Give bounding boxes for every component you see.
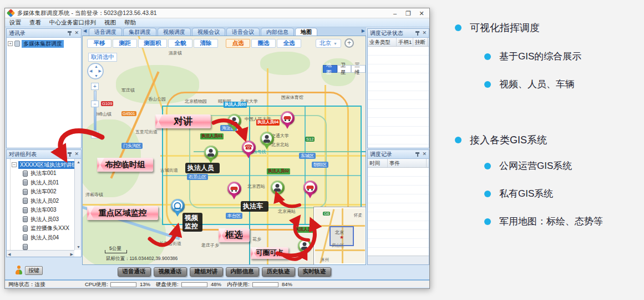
map-tool-button[interactable]: 测距: [113, 39, 137, 48]
column-header[interactable]: 时间: [368, 159, 388, 167]
talkgroup-member[interactable]: 执法车002: [12, 187, 73, 197]
map-mode-button[interactable]: 地图: [323, 65, 337, 73]
call-action-button[interactable]: 历史轨迹: [262, 267, 295, 277]
map-canvas[interactable]: 温泉镇军庄镇香山公园北京植物园颐和园北京大学国家体育馆中国人民大学交通大学北京北…: [82, 36, 366, 265]
zoom-in-button[interactable]: +: [91, 83, 99, 90]
talkgroup-member-label[interactable]: 监控摄像头XXX: [31, 224, 69, 232]
map-tool-button[interactable]: 点选: [226, 39, 250, 48]
talkgroup-root-node[interactable]: − XXXXX区域执法对讲组: [12, 161, 73, 169]
pan-right-icon[interactable]: ▶: [99, 69, 102, 73]
horizontal-scrollbar[interactable]: ◀ ▶: [7, 250, 74, 257]
menu-item[interactable]: 设置: [9, 19, 21, 27]
column-header[interactable]: 事件: [388, 159, 427, 167]
talkgroup-member-label[interactable]: 执法人员04: [31, 234, 59, 242]
talkgroup-member[interactable]: 监控摄像头XXX: [12, 224, 73, 233]
zoom-slider-handle[interactable]: −: [91, 101, 99, 107]
cancel-selection-button[interactable]: 取消选中: [88, 53, 117, 62]
talkgroup-member-label[interactable]: 执法车002: [31, 188, 57, 196]
maximize-button[interactable]: ❐: [402, 8, 415, 18]
close-icon[interactable]: ✕: [422, 31, 427, 36]
map-tool-button[interactable]: 全貌: [168, 39, 192, 48]
contacts-root-label[interactable]: 多媒体集群调度: [22, 40, 64, 48]
map-tool-button[interactable]: 圈选: [251, 39, 276, 48]
map-tool-button[interactable]: 测面积: [138, 39, 167, 48]
call-action-button[interactable]: 内部信息: [226, 267, 259, 277]
map-marker-pin[interactable]: 执法人员03: [227, 114, 241, 128]
map-mode-button[interactable]: 卫星: [337, 65, 352, 73]
zoom-out-button[interactable]: −: [91, 131, 99, 138]
talkgroup-member-label[interactable]: 执法车001: [31, 169, 57, 177]
menu-item[interactable]: 视图: [104, 19, 116, 27]
pan-up-icon[interactable]: ▲: [94, 64, 98, 68]
map-marker-pin[interactable]: 执法人员02: [298, 239, 312, 253]
map-marker-pin[interactable]: [303, 181, 317, 194]
map-tool-button[interactable]: 全选: [277, 39, 301, 48]
scroll-right-icon[interactable]: ▶: [70, 252, 73, 257]
scroll-left-icon[interactable]: ◀: [8, 252, 11, 257]
pin-icon[interactable]: [68, 152, 72, 157]
overview-minimap[interactable]: 北京 ★ G6 房山区涿州怀柔: [314, 207, 366, 264]
talkgroup-member[interactable]: 执法人员02: [12, 197, 73, 206]
tab[interactable]: 集群调度: [123, 28, 156, 36]
column-header[interactable]: 手柄1: [397, 38, 413, 46]
menu-item[interactable]: 查看: [29, 19, 41, 27]
map-marker-pin[interactable]: [281, 111, 295, 125]
talkgroup-member[interactable]: 执法人员01: [12, 178, 73, 188]
tab[interactable]: 视频调度: [158, 28, 191, 36]
zoom-slider-track[interactable]: [94, 91, 97, 131]
pin-icon[interactable]: [68, 31, 72, 36]
map-marker-pin[interactable]: [171, 199, 185, 213]
talkgroup-member[interactable]: 执法车003: [12, 206, 73, 215]
talkgroup-member-label[interactable]: 执法人员02: [31, 197, 59, 205]
map-marker-pin[interactable]: 执法人员04: [260, 132, 274, 146]
map-mode-button[interactable]: 三维: [351, 65, 366, 73]
map-marker-pin[interactable]: 执法人员02: [271, 181, 285, 194]
expand-icon[interactable]: +: [8, 41, 13, 46]
talkgroup-member-label[interactable]: 执法人员01: [31, 179, 59, 187]
pan-left-icon[interactable]: ◀: [89, 69, 92, 73]
tabs-scroll-right-icon[interactable]: ▶: [362, 28, 365, 33]
city-selector[interactable]: 北京 ▼: [316, 39, 341, 48]
column-header[interactable]: 业务类型: [368, 38, 397, 46]
collapse-icon[interactable]: −: [12, 162, 17, 167]
close-icon[interactable]: ✕: [74, 152, 79, 157]
column-header[interactable]: 挂断: [413, 38, 428, 46]
talkgroup-member[interactable]: 执法人员03: [12, 215, 73, 224]
contacts-root-node[interactable]: + 多媒体集群调度: [8, 39, 80, 48]
map-marker-pin[interactable]: 执法人员01: [204, 146, 218, 159]
map-marker-pin[interactable]: [242, 141, 256, 154]
tab[interactable]: 语音会议: [226, 28, 260, 36]
scroll-up-icon[interactable]: ▲: [77, 160, 80, 164]
call-action-button[interactable]: 建组对讲: [190, 267, 223, 277]
talkgroup-root-label[interactable]: XXXXX区域执法对讲组: [18, 161, 74, 169]
call-action-button[interactable]: 语音通话: [118, 267, 151, 277]
vertical-scrollbar[interactable]: ▲ ▼: [74, 159, 81, 250]
talkgroup-member-label[interactable]: 执法人员03: [31, 216, 59, 223]
menu-item[interactable]: 中心业务窗口排列: [49, 19, 96, 27]
map-marker-pin[interactable]: [227, 182, 241, 196]
map-tool-button[interactable]: 平移: [87, 39, 111, 48]
tabs-scroll-left-icon[interactable]: ◀: [83, 28, 87, 33]
pin-icon[interactable]: [415, 31, 419, 36]
menu-item[interactable]: 帮助: [124, 19, 136, 27]
call-action-button[interactable]: 视频通话: [154, 267, 187, 277]
minimize-button[interactable]: –: [388, 8, 402, 18]
talkgroup-member-label[interactable]: 执法车003: [31, 206, 57, 214]
pin-icon[interactable]: [415, 152, 419, 157]
tab[interactable]: 地图: [295, 28, 317, 36]
tab[interactable]: 内部信息: [261, 28, 294, 36]
tab[interactable]: 视频会议: [192, 28, 225, 36]
keypad-button[interactable]: 按键: [25, 266, 43, 275]
map-tool-button[interactable]: 清除: [194, 39, 218, 48]
map-pan-compass[interactable]: ▲ ▼ ◀ ▶: [87, 63, 104, 79]
call-action-button[interactable]: 实时轨迹: [298, 267, 331, 277]
scroll-down-icon[interactable]: ▼: [77, 245, 80, 249]
map-add-icon[interactable]: +: [344, 38, 354, 48]
talkgroup-member[interactable]: 执法人员04: [12, 233, 73, 243]
close-button[interactable]: ✕: [415, 8, 428, 18]
close-icon[interactable]: ✕: [74, 31, 79, 36]
talkgroup-member[interactable]: 执法车001: [12, 169, 73, 178]
close-icon[interactable]: ✕: [422, 152, 427, 157]
talkgroup-member[interactable]: [12, 242, 73, 250]
pan-down-icon[interactable]: ▼: [94, 74, 98, 78]
